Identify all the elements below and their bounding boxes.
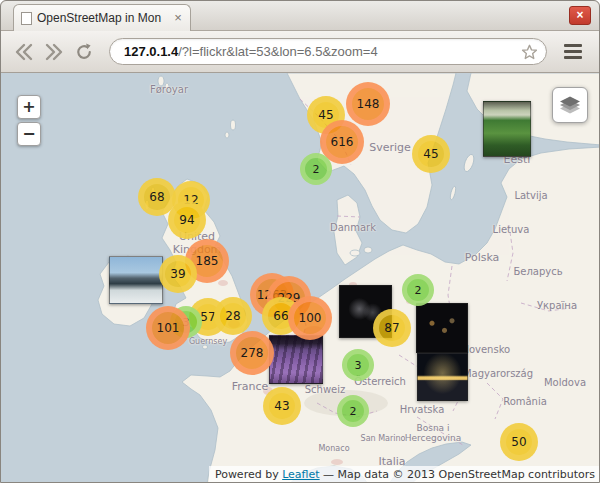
cluster-marker[interactable]: 28 xyxy=(214,297,252,335)
cluster-count: 616 xyxy=(331,136,354,148)
zoom-out-button[interactable]: − xyxy=(17,122,41,146)
browser-tab[interactable]: OpenStreetMap in Mon × xyxy=(13,4,191,31)
cluster-count: 148 xyxy=(357,98,380,110)
cluster-count: 45 xyxy=(423,148,438,160)
cluster-count: 94 xyxy=(179,214,194,226)
cluster-count: 28 xyxy=(225,310,240,322)
map-viewport[interactable]: FøroyarSverigeEestiLatvijaLietuvaБеларус… xyxy=(1,73,600,483)
cluster-marker[interactable]: 43 xyxy=(263,387,301,425)
cluster-marker[interactable]: 50 xyxy=(500,423,538,461)
url-path: /?l=flickr&lat=53&lon=6.5&zoom=4 xyxy=(178,44,377,59)
cluster-count: 45 xyxy=(318,109,333,121)
title-bar: OpenStreetMap in Mon × × xyxy=(1,1,599,31)
cluster-count: 278 xyxy=(241,347,264,359)
browser-window: OpenStreetMap in Mon × × 127.0.1.4/?l= xyxy=(0,0,600,483)
cluster-count: 2 xyxy=(313,164,320,175)
cluster-count: 66 xyxy=(273,310,288,322)
menu-button[interactable] xyxy=(557,38,589,65)
menu-icon xyxy=(564,44,582,47)
cluster-count: 68 xyxy=(149,191,164,203)
back-button[interactable] xyxy=(11,39,37,65)
back-icon xyxy=(13,41,35,63)
window-close-button[interactable]: × xyxy=(569,6,591,25)
cluster-marker[interactable]: 148 xyxy=(346,82,390,126)
cluster-marker[interactable]: 45 xyxy=(412,135,450,173)
cluster-count: 3 xyxy=(355,360,362,371)
cluster-count: 185 xyxy=(196,255,219,267)
tab-title: OpenStreetMap in Mon xyxy=(37,11,165,25)
cluster-marker[interactable]: 94 xyxy=(168,201,206,239)
bookmark-star-icon[interactable] xyxy=(521,44,538,60)
layers-control[interactable] xyxy=(552,87,588,123)
zoom-in-button[interactable]: + xyxy=(17,95,41,119)
browser-toolbar: 127.0.1.4/?l=flickr&lat=53&lon=6.5&zoom=… xyxy=(1,31,599,73)
reload-icon xyxy=(73,41,95,63)
tab-close-icon[interactable]: × xyxy=(170,10,186,26)
cluster-marker[interactable]: 87 xyxy=(373,309,411,347)
map-clusters-layer: 4514861624568129418539126322966100572831… xyxy=(1,73,600,483)
zoom-control: + − xyxy=(17,95,41,146)
cluster-count: 43 xyxy=(274,400,289,412)
attribution-map-data: — Map data © 2013 OpenStreetMap contribu… xyxy=(320,468,595,481)
url-bar[interactable]: 127.0.1.4/?l=flickr&lat=53&lon=6.5&zoom=… xyxy=(109,38,547,65)
forward-button[interactable] xyxy=(41,39,67,65)
cluster-marker[interactable]: 100 xyxy=(288,296,332,340)
reload-button[interactable] xyxy=(71,39,97,65)
attribution-powered-by: Powered by xyxy=(215,468,282,481)
cluster-marker[interactable]: 2 xyxy=(402,274,434,306)
url-host: 127.0.1.4 xyxy=(124,44,178,59)
cluster-count: 100 xyxy=(299,312,322,324)
cluster-count: 87 xyxy=(384,322,399,334)
map-attribution: Powered by Leaflet — Map data © 2013 Ope… xyxy=(209,466,600,483)
page-favicon-icon xyxy=(21,12,32,25)
leaflet-link[interactable]: Leaflet xyxy=(282,468,319,481)
forward-icon xyxy=(43,41,65,63)
cluster-count: 2 xyxy=(350,406,357,417)
cluster-marker[interactable]: 101 xyxy=(146,306,190,350)
cluster-count: 39 xyxy=(170,268,185,280)
cluster-count: 50 xyxy=(511,436,526,448)
cluster-marker[interactable]: 3 xyxy=(342,349,374,381)
cluster-count: 2 xyxy=(415,285,422,296)
cluster-marker[interactable]: 2 xyxy=(337,395,369,427)
cluster-count: 101 xyxy=(157,322,180,334)
cluster-marker[interactable]: 278 xyxy=(230,331,274,375)
cluster-marker[interactable]: 2 xyxy=(300,153,332,185)
cluster-marker[interactable]: 39 xyxy=(159,255,197,293)
layers-icon xyxy=(558,95,582,115)
